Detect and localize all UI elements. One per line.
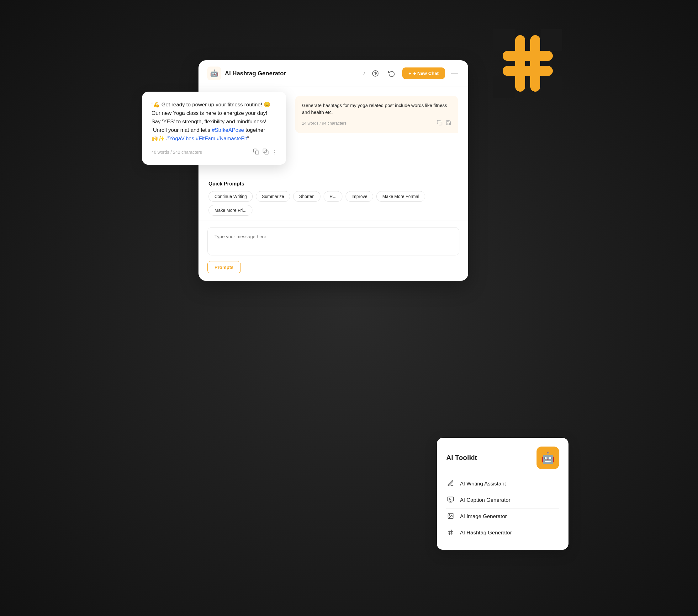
chip-summarize[interactable]: Summarize — [256, 191, 290, 202]
chip-rewrite[interactable]: R... — [324, 191, 343, 202]
input-footer: Prompts — [207, 261, 459, 273]
chip-make-friendly[interactable]: Make More Fri... — [209, 205, 252, 216]
user-message-meta: 14 words / 94 characters — [302, 120, 451, 127]
svg-rect-6 — [493, 76, 515, 98]
toolkit-title: AI Toolkit — [446, 454, 477, 462]
header-robot-icon: 🤖 — [207, 67, 221, 80]
ai-toolkit-card: AI Toolkit 🤖 AI Writing Assistant — [437, 438, 569, 550]
message-input[interactable] — [207, 227, 459, 256]
minimize-button[interactable]: — — [450, 69, 459, 78]
plus-icon: + — [408, 71, 411, 76]
hashtag-yogavibes: #YogaVibes — [166, 136, 194, 141]
toolkit-item-writing[interactable]: AI Writing Assistant — [446, 476, 559, 492]
ai-action-copy-icon[interactable] — [253, 148, 259, 156]
caption-icon — [446, 496, 455, 505]
ai-action-more-icon[interactable]: ⋮ — [272, 148, 277, 156]
toolkit-writing-label: AI Writing Assistant — [460, 481, 506, 487]
history-icon-button[interactable] — [386, 68, 397, 79]
ai-response-text: "💪 Get ready to power up your fitness ro… — [152, 100, 277, 143]
expand-icon: ↗ — [362, 71, 366, 76]
hashtag-fitfam: #FitFam — [196, 136, 215, 141]
header-title: AI Hashtag Generator — [225, 70, 360, 77]
chip-make-formal[interactable]: Make More Formal — [376, 191, 425, 202]
dollar-icon-button[interactable] — [370, 68, 381, 79]
ai-response-card: "💪 Get ready to power up your fitness ro… — [142, 92, 286, 165]
toolkit-robot-icon: 🤖 — [536, 447, 559, 469]
new-chat-label: + New Chat — [413, 71, 439, 76]
ai-action-duplicate-icon[interactable] — [263, 148, 269, 156]
chip-shorten[interactable]: Shorten — [293, 191, 320, 202]
user-message: Generate hashtags for my yoga related po… — [295, 96, 458, 133]
user-save-button[interactable] — [446, 120, 451, 127]
prompt-chips: Continue Writing Summarize Shorten R... … — [209, 191, 458, 216]
hashtag-namastefit: #NamasteFit — [217, 136, 247, 141]
quick-prompts-title: Quick Prompts — [209, 181, 458, 187]
svg-rect-0 — [503, 51, 553, 61]
svg-rect-3 — [530, 35, 540, 92]
svg-line-19 — [451, 529, 452, 535]
toolkit-caption-label: AI Caption Generator — [460, 497, 511, 503]
svg-rect-7 — [541, 76, 562, 98]
writing-icon — [446, 480, 455, 488]
new-chat-button[interactable]: + + New Chat — [402, 67, 445, 79]
toolkit-image-label: AI Image Generator — [460, 514, 507, 520]
user-word-count: 14 words / 94 characters — [302, 121, 347, 125]
svg-rect-8 — [255, 151, 259, 154]
toolkit-item-caption[interactable]: AI Caption Generator — [446, 492, 559, 508]
svg-rect-12 — [439, 122, 442, 125]
hashtag-strikeapose: #StrikeAPose — [212, 127, 244, 133]
chip-improve[interactable]: Improve — [346, 191, 374, 202]
toolkit-item-image[interactable]: AI Image Generator — [446, 508, 559, 525]
hashtag-icon — [446, 529, 455, 537]
input-area: Prompts — [198, 221, 468, 281]
ai-word-count: 40 words / 242 characters — [152, 150, 202, 155]
svg-point-15 — [449, 514, 450, 515]
toolkit-item-hashtag[interactable]: AI Hashtag Generator — [446, 525, 559, 541]
svg-rect-2 — [515, 35, 525, 92]
svg-rect-5 — [541, 29, 562, 51]
header-icons: + + New Chat — — [370, 67, 459, 79]
user-copy-button[interactable] — [437, 120, 443, 127]
chip-continue-writing[interactable]: Continue Writing — [209, 191, 253, 202]
chat-header: 🤖 AI Hashtag Generator ↗ — [198, 60, 468, 87]
user-message-actions — [437, 120, 451, 127]
hashtag-decoration — [493, 29, 562, 98]
user-message-text: Generate hashtags for my yoga related po… — [302, 102, 451, 116]
svg-rect-4 — [493, 29, 515, 51]
toolkit-hashtag-label: AI Hashtag Generator — [460, 530, 512, 536]
svg-line-18 — [449, 529, 450, 535]
quick-prompts-section: Quick Prompts Continue Writing Summarize… — [198, 181, 468, 221]
prompts-button[interactable]: Prompts — [207, 261, 241, 273]
toolkit-header: AI Toolkit 🤖 — [446, 447, 559, 469]
svg-rect-1 — [503, 66, 553, 76]
image-icon — [446, 512, 455, 521]
